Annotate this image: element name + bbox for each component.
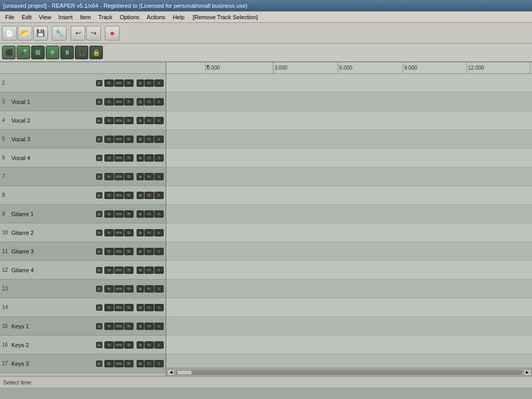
track-mute-btn[interactable]: m xyxy=(144,285,154,292)
track-solo-btn[interactable]: s xyxy=(154,323,164,330)
track-row[interactable]: 15 Keys 1 ▶ io env fx ◉ m s xyxy=(0,317,166,336)
arrange-row[interactable] xyxy=(166,298,532,317)
track-fx-btn[interactable]: fx xyxy=(124,136,134,143)
track-phase-btn[interactable]: ◉ xyxy=(137,341,144,349)
arrange-row[interactable] xyxy=(166,130,532,149)
track-row[interactable]: 4 Vocal 2 ▶ io env fx ◉ m s xyxy=(0,111,166,130)
track-io-btn[interactable]: io xyxy=(104,304,114,311)
settings-button[interactable]: 🔧 xyxy=(52,26,66,41)
track-phase-btn[interactable]: ◉ xyxy=(137,285,144,292)
track-fx-btn[interactable]: fx xyxy=(124,360,134,367)
track-env-btn[interactable]: env xyxy=(114,154,124,162)
track-solo-btn[interactable]: s xyxy=(154,304,164,311)
track-arm-btn[interactable]: ▶ xyxy=(96,99,102,105)
track-mute-btn[interactable]: m xyxy=(144,210,154,218)
track-env-btn[interactable]: env xyxy=(114,79,124,87)
track-io-btn[interactable]: io xyxy=(104,323,114,330)
track-solo-btn[interactable]: s xyxy=(154,248,164,255)
track-mute-btn[interactable]: m xyxy=(144,173,154,180)
lock-button[interactable]: 🔒 xyxy=(89,46,103,59)
track-row[interactable]: 13 ▶ io env fx ◉ m s xyxy=(0,280,166,298)
track-solo-btn[interactable]: s xyxy=(154,136,164,143)
arrange-row[interactable] xyxy=(166,74,532,92)
track-row[interactable]: 6 Vocal 4 ▶ io env fx ◉ m s xyxy=(0,149,166,167)
track-row[interactable]: 9 Gitarre 1 ▶ io env fx ◉ m s xyxy=(0,205,166,223)
hscroll-track[interactable] xyxy=(176,370,523,375)
track-solo-btn[interactable]: s xyxy=(154,360,164,367)
record-icon[interactable]: ● xyxy=(105,26,119,41)
track-io-btn[interactable]: io xyxy=(104,360,114,367)
track-phase-btn[interactable]: ◉ xyxy=(137,79,144,87)
track-fx-btn[interactable]: fx xyxy=(124,267,134,274)
track-solo-btn[interactable]: s xyxy=(154,210,164,218)
track-env-btn[interactable]: env xyxy=(114,98,124,105)
track-arm-btn[interactable]: ▶ xyxy=(96,174,102,180)
track-fx-btn[interactable]: fx xyxy=(124,79,134,87)
track-io-btn[interactable]: io xyxy=(104,248,114,255)
menu-item[interactable]: Item xyxy=(77,13,94,21)
track-env-btn[interactable]: env xyxy=(114,210,124,218)
track-fx-btn[interactable]: fx xyxy=(124,98,134,105)
grid-button[interactable]: ⊞ xyxy=(31,46,45,59)
track-phase-btn[interactable]: ◉ xyxy=(137,154,144,162)
track-env-btn[interactable]: env xyxy=(114,136,124,143)
track-arm-btn[interactable]: ▶ xyxy=(96,342,102,348)
track-row[interactable]: 18 Keys 4 ▶ io env fx ◉ m s xyxy=(0,373,166,376)
track-arm-btn[interactable]: ▶ xyxy=(96,267,102,273)
track-fx-btn[interactable]: fx xyxy=(124,154,134,162)
arrange-row[interactable] xyxy=(166,186,532,205)
track-phase-btn[interactable]: ◉ xyxy=(137,173,144,180)
track-arm-btn[interactable]: ▶ xyxy=(96,80,102,86)
track-fx-btn[interactable]: fx xyxy=(124,248,134,255)
track-fx-btn[interactable]: fx xyxy=(124,173,134,180)
track-mute-btn[interactable]: m xyxy=(144,341,154,349)
track-io-btn[interactable]: io xyxy=(104,117,114,124)
menu-insert[interactable]: Insert xyxy=(55,13,76,21)
arrange-row[interactable] xyxy=(166,242,532,261)
menu-help[interactable]: Help xyxy=(169,13,188,21)
track-mute-btn[interactable]: m xyxy=(144,117,154,124)
open-button[interactable]: 📂 xyxy=(18,26,32,41)
track-phase-btn[interactable]: ◉ xyxy=(137,98,144,105)
track-row[interactable]: 7 ▶ io env fx ◉ m s xyxy=(0,167,166,186)
track-row[interactable]: 11 Gitarre 3 ▶ io env fx ◉ m s xyxy=(0,242,166,261)
menu-edit[interactable]: Edit xyxy=(19,13,35,21)
track-io-btn[interactable]: io xyxy=(104,173,114,180)
track-mode-button[interactable]: ⬛ xyxy=(2,46,16,59)
track-solo-btn[interactable]: s xyxy=(154,173,164,180)
track-io-btn[interactable]: io xyxy=(104,79,114,87)
track-mute-btn[interactable]: m xyxy=(144,98,154,105)
arrange-row[interactable] xyxy=(166,205,532,223)
track-solo-btn[interactable]: s xyxy=(154,192,164,199)
track-fx-btn[interactable]: fx xyxy=(124,304,134,311)
track-io-btn[interactable]: io xyxy=(104,154,114,162)
track-fx-btn[interactable]: fx xyxy=(124,229,134,236)
remove-track-selection-button[interactable]: [Remove Track Selection] xyxy=(193,14,258,20)
track-fx-btn[interactable]: fx xyxy=(124,192,134,199)
arrange-row[interactable] xyxy=(166,336,532,354)
track-fx-btn[interactable]: fx xyxy=(124,210,134,218)
undo-button[interactable]: ↩ xyxy=(71,26,85,41)
track-phase-btn[interactable]: ◉ xyxy=(137,229,144,236)
arrange-row[interactable] xyxy=(166,111,532,130)
hscroll-left[interactable]: ◀ xyxy=(167,369,175,376)
snap-button[interactable]: ✛ xyxy=(46,46,59,59)
arrange-row[interactable] xyxy=(166,354,532,368)
track-phase-btn[interactable]: ◉ xyxy=(137,304,144,311)
track-solo-btn[interactable]: s xyxy=(154,154,164,162)
track-env-btn[interactable]: env xyxy=(114,360,124,367)
track-arm-btn[interactable]: ▶ xyxy=(96,361,102,367)
track-io-btn[interactable]: io xyxy=(104,192,114,199)
hscroll-thumb[interactable] xyxy=(177,370,192,375)
track-solo-btn[interactable]: s xyxy=(154,98,164,105)
track-arm-btn[interactable]: ▶ xyxy=(96,211,102,217)
track-env-btn[interactable]: env xyxy=(114,267,124,274)
new-button[interactable]: 📄 xyxy=(2,26,17,41)
track-fx-btn[interactable]: fx xyxy=(124,341,134,349)
track-mute-btn[interactable]: m xyxy=(144,79,154,87)
track-io-btn[interactable]: io xyxy=(104,229,114,236)
track-env-btn[interactable]: env xyxy=(114,323,124,330)
track-row[interactable]: 10 Gitarre 2 ▶ io env fx ◉ m s xyxy=(0,223,166,242)
track-fx-btn[interactable]: fx xyxy=(124,285,134,292)
track-row[interactable]: 3 Vocal 1 ▶ io env fx ◉ m s xyxy=(0,92,166,111)
